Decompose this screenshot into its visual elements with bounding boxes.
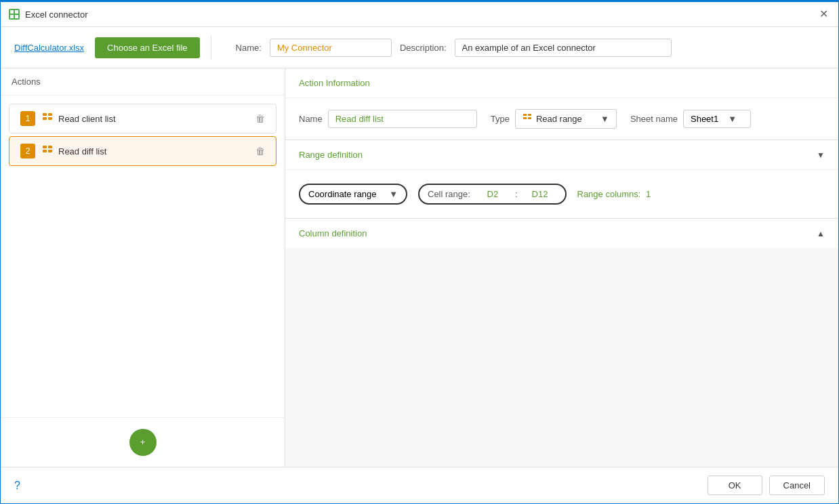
action-icon-1: [42, 112, 53, 125]
svg-rect-6: [43, 117, 47, 120]
type-icon: [523, 113, 532, 125]
range-collapse-icon[interactable]: ▼: [817, 150, 825, 160]
col-def-header: Column definition ▲: [285, 219, 838, 248]
type-value: Read range: [536, 114, 596, 124]
right-panel: Action Information Name Type Read rang: [285, 68, 838, 467]
svg-rect-2: [10, 15, 14, 18]
title-bar-left: Excel connector: [9, 9, 88, 20]
app-icon: [9, 9, 20, 20]
svg-rect-5: [48, 113, 52, 116]
svg-rect-4: [43, 113, 47, 116]
action-num-1: 1: [20, 111, 35, 126]
svg-rect-8: [43, 146, 47, 148]
close-button[interactable]: ✕: [817, 7, 830, 21]
add-btn-row: +: [1, 417, 285, 467]
file-link[interactable]: DiffCalculator.xlsx: [14, 43, 84, 53]
svg-rect-9: [48, 146, 52, 148]
type-field-label: Type: [491, 114, 510, 124]
desc-label: Description:: [400, 43, 447, 53]
actions-list: 1 Read client list 🗑 2 Read diff list 🗑: [1, 96, 285, 417]
action-delete-1[interactable]: 🗑: [255, 113, 265, 124]
coord-range-label: Coordinate range: [308, 189, 376, 199]
range-columns: Range columns: 1: [577, 189, 651, 199]
action-info-row: Name Type Read range ▼: [285, 98, 838, 140]
svg-rect-14: [523, 117, 527, 119]
name-desc-row: Name: Description:: [236, 39, 825, 57]
action-info-section: Action Information Name Type Read rang: [285, 68, 838, 140]
sheet-chevron-icon: ▼: [728, 114, 737, 124]
toolbar: DiffCalculator.xlsx Choose an Excel file…: [1, 27, 838, 68]
action-label-2: Read diff list: [58, 146, 255, 156]
range-def-section: Range definition ▼ Coordinate range ▼ Ce…: [285, 140, 838, 219]
excel-connector-window: Excel connector ✕ DiffCalculator.xlsx Ch…: [0, 0, 839, 504]
coord-chevron-icon: ▼: [389, 189, 398, 199]
sheet-value: Sheet1: [691, 114, 718, 124]
svg-rect-0: [10, 10, 14, 14]
name-group: Name: [299, 110, 477, 128]
action-icon-2: [42, 145, 53, 158]
svg-rect-12: [523, 114, 527, 116]
svg-rect-1: [15, 10, 18, 14]
range-def-header: Range definition ▼: [285, 140, 838, 170]
action-item-2[interactable]: 2 Read diff list 🗑: [9, 136, 277, 166]
name-field-label: Name: [299, 114, 323, 124]
choose-excel-button[interactable]: Choose an Excel file: [95, 37, 200, 58]
bottom-buttons: OK Cancel: [708, 476, 825, 495]
cancel-button[interactable]: Cancel: [769, 476, 825, 495]
type-group: Type Read range ▼: [491, 109, 617, 129]
toolbar-separator: [211, 35, 211, 60]
action-item-1[interactable]: 1 Read client list 🗑: [9, 104, 277, 133]
actions-header: Actions: [1, 68, 285, 96]
action-name-input[interactable]: [328, 110, 477, 128]
cell-to-input[interactable]: [523, 189, 557, 199]
coordinate-range-dropdown[interactable]: Coordinate range ▼: [299, 184, 407, 205]
sheet-select-dropdown[interactable]: Sheet1 ▼: [683, 110, 751, 128]
svg-rect-3: [15, 15, 18, 18]
svg-rect-15: [528, 117, 531, 119]
svg-rect-13: [528, 114, 531, 116]
plus-icon: +: [140, 429, 146, 456]
left-panel: Actions 1 Read client list 🗑 2: [1, 68, 285, 467]
svg-rect-7: [48, 117, 52, 120]
svg-rect-10: [43, 150, 47, 152]
action-delete-2[interactable]: 🗑: [255, 146, 265, 156]
sheet-field-label: Sheet name: [630, 114, 678, 124]
connector-name-input[interactable]: [270, 39, 392, 57]
help-icon[interactable]: ?: [14, 480, 20, 492]
name-label: Name:: [236, 43, 262, 53]
window-title: Excel connector: [25, 9, 88, 20]
svg-rect-11: [48, 150, 52, 152]
cell-range-label: Cell range:: [428, 189, 470, 199]
connector-desc-input[interactable]: [455, 39, 672, 57]
cell-from-input[interactable]: [476, 189, 510, 199]
col-def-section: Column definition ▲: [285, 219, 838, 248]
col-collapse-icon[interactable]: ▲: [817, 229, 825, 238]
action-info-header: Action Information: [285, 68, 838, 98]
title-bar: Excel connector ✕: [1, 2, 838, 27]
ok-button[interactable]: OK: [708, 476, 762, 495]
bottom-bar: ? OK Cancel: [1, 467, 838, 503]
cell-range-group: Cell range: :: [418, 184, 567, 205]
action-num-2: 2: [20, 144, 35, 159]
type-select-dropdown[interactable]: Read range ▼: [515, 109, 617, 129]
add-action-button[interactable]: +: [129, 429, 157, 456]
range-content: Coordinate range ▼ Cell range: : Range c…: [285, 170, 838, 218]
cell-separator: :: [515, 189, 518, 199]
type-chevron-icon: ▼: [600, 114, 609, 124]
sheet-group: Sheet name Sheet1 ▼: [630, 110, 751, 128]
action-label-1: Read client list: [58, 114, 255, 124]
main-content: Actions 1 Read client list 🗑 2: [1, 68, 838, 467]
